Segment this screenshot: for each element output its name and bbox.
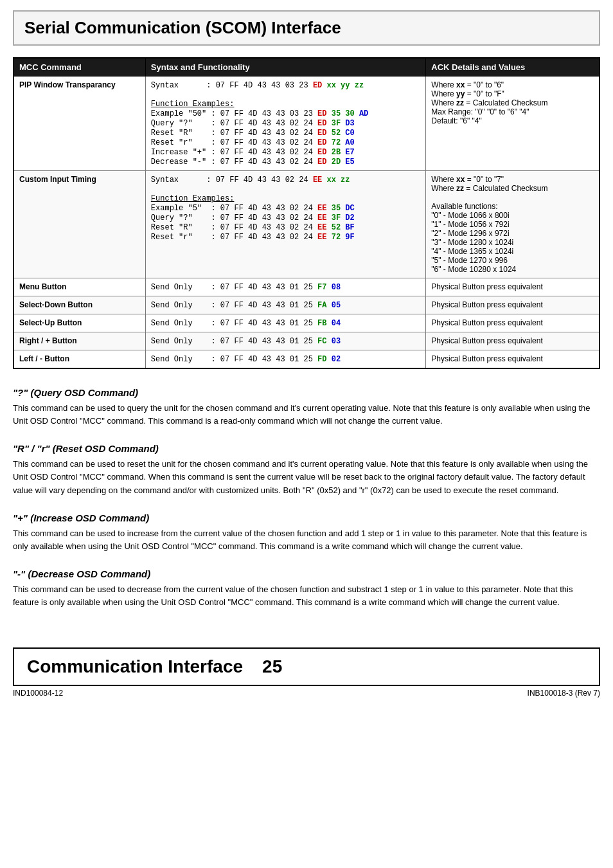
col-header-syntax: Syntax and Functionality	[145, 58, 426, 77]
table-row: PIP Window Transparancy Syntax : 07 FF 4…	[13, 77, 600, 171]
footer-doc: IND100084-12 INB100018-3 (Rev 7)	[13, 689, 600, 698]
table-row: Left / - Button Send Only : 07 FF 4D 43 …	[13, 350, 600, 369]
row-ack-selectdown: Physical Button press equivalent	[426, 296, 600, 314]
section-decrease: "-" (Decrease OSD Command) This command …	[13, 568, 600, 609]
footer-box: Communication Interface 25	[13, 647, 600, 686]
section-query-title: "?" (Query OSD Command)	[13, 387, 600, 398]
table-row: Select-Up Button Send Only : 07 FF 4D 43…	[13, 314, 600, 332]
section-query: "?" (Query OSD Command) This command can…	[13, 387, 600, 428]
table-row: Select-Down Button Send Only : 07 FF 4D …	[13, 296, 600, 314]
row-label-pip: PIP Window Transparancy	[13, 77, 145, 171]
row-ack-selectup: Physical Button press equivalent	[426, 314, 600, 332]
row-syntax-custom: Syntax : 07 FF 4D 43 43 02 24 EE xx zz F…	[145, 171, 426, 278]
table-row: Custom Input Timing Syntax : 07 FF 4D 43…	[13, 171, 600, 278]
section-decrease-title: "-" (Decrease OSD Command)	[13, 568, 600, 579]
row-label-selectdown: Select-Down Button	[13, 296, 145, 314]
table-row: Right / + Button Send Only : 07 FF 4D 43…	[13, 332, 600, 350]
row-label-menu: Menu Button	[13, 278, 145, 296]
row-ack-pip: Where xx = "0" to "6" Where yy = "0" to …	[426, 77, 600, 171]
footer-page-number: 25	[262, 656, 282, 677]
footer-title: Communication Interface	[27, 656, 243, 677]
row-ack-right: Physical Button press equivalent	[426, 332, 600, 350]
page-title-box: Serial Communication (SCOM) Interface	[13, 10, 600, 46]
main-table: MCC Command Syntax and Functionality ACK…	[13, 57, 600, 369]
row-syntax-pip: Syntax : 07 FF 4D 43 43 03 23 ED xx yy z…	[145, 77, 426, 171]
section-query-body: This command can be used to query the un…	[13, 402, 600, 428]
row-ack-custom: Where xx = "0" to "7" Where zz = Calcula…	[426, 171, 600, 278]
row-label-custom: Custom Input Timing	[13, 171, 145, 278]
section-reset-body: This command can be used to reset the un…	[13, 458, 600, 496]
row-label-left: Left / - Button	[13, 350, 145, 369]
row-syntax-menu: Send Only : 07 FF 4D 43 43 01 25 F7 08	[145, 278, 426, 296]
col-header-ack: ACK Details and Values	[426, 58, 600, 77]
row-ack-left: Physical Button press equivalent	[426, 350, 600, 369]
section-reset-title: "R" / "r" (Reset OSD Command)	[13, 443, 600, 454]
page-title: Serial Communication (SCOM) Interface	[24, 18, 589, 38]
section-increase-title: "+" (Increase OSD Command)	[13, 512, 600, 523]
row-ack-menu: Physical Button press equivalent	[426, 278, 600, 296]
footer-left-doc: IND100084-12	[13, 689, 63, 698]
row-syntax-selectdown: Send Only : 07 FF 4D 43 43 01 25 FA 05	[145, 296, 426, 314]
row-label-right: Right / + Button	[13, 332, 145, 350]
col-header-command: MCC Command	[13, 58, 145, 77]
footer-right-doc: INB100018-3 (Rev 7)	[528, 689, 600, 698]
row-syntax-right: Send Only : 07 FF 4D 43 43 01 25 FC 03	[145, 332, 426, 350]
section-increase-body: This command can be used to increase fro…	[13, 527, 600, 553]
section-decrease-body: This command can be used to decrease fro…	[13, 583, 600, 609]
table-row: Menu Button Send Only : 07 FF 4D 43 43 0…	[13, 278, 600, 296]
section-reset: "R" / "r" (Reset OSD Command) This comma…	[13, 443, 600, 496]
section-increase: "+" (Increase OSD Command) This command …	[13, 512, 600, 553]
row-syntax-left: Send Only : 07 FF 4D 43 43 01 25 FD 02	[145, 350, 426, 369]
row-label-selectup: Select-Up Button	[13, 314, 145, 332]
row-syntax-selectup: Send Only : 07 FF 4D 43 43 01 25 FB 04	[145, 314, 426, 332]
